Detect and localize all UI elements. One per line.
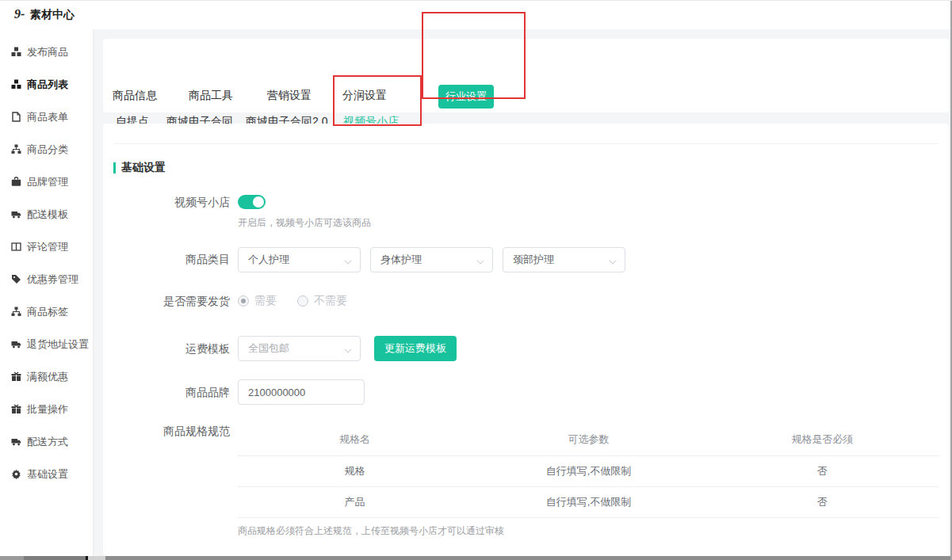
sidebar-item-label: 优惠券管理 <box>27 272 78 287</box>
spec-table-row: 产品 自行填写,不做限制 否 <box>238 487 939 518</box>
field-label-category: 商品类目 <box>103 253 230 267</box>
sidebar-item-product-tags[interactable]: 商品标签 <box>0 295 93 328</box>
sidebar-item-label: 批量操作 <box>27 402 68 417</box>
toggle-hint-text: 开启后，视频号小店可选该商品 <box>238 216 371 230</box>
tag-icon <box>11 274 21 284</box>
spec-table: 规格名 可选参数 规格是否必须 规格 自行填写,不做限制 否 产品 自行填写,不… <box>238 423 939 518</box>
chevron-down-icon <box>345 345 352 352</box>
sidebar-item-basic-settings[interactable]: 基础设置 <box>0 458 93 490</box>
bottom-scrollbar[interactable] <box>0 556 952 560</box>
category-select-level2[interactable]: 身体护理 <box>370 247 493 272</box>
sidebar-item-label: 评论管理 <box>27 240 68 254</box>
file-icon <box>11 112 21 122</box>
brand-input[interactable] <box>238 379 365 405</box>
gift-icon <box>11 404 21 414</box>
sidebar-item-label: 商品表单 <box>27 110 68 124</box>
sidebar-item-return-address-settings[interactable]: 退货地址设置 <box>0 328 93 360</box>
page-title: 素材中心 <box>30 8 75 22</box>
freight-template-select[interactable]: 全国包邮 <box>238 336 361 361</box>
chevron-down-icon <box>477 257 484 264</box>
category-select-level1[interactable]: 个人护理 <box>238 247 361 272</box>
sidebar-item-label: 满额优惠 <box>27 370 68 384</box>
spec-table-row: 规格 自行填写,不做限制 否 <box>238 456 939 487</box>
sidebar-item-batch-operations[interactable]: 批量操作 <box>0 393 93 425</box>
field-label-freight-template: 运费模板 <box>103 342 230 356</box>
sidebar-nav: 发布商品 商品列表 商品表单 商品分类 品牌管理 配送模板 评论管理 优惠券管 <box>0 29 94 556</box>
truck-icon <box>11 339 21 349</box>
sidebar-item-delivery-template[interactable]: 配送模板 <box>0 198 93 230</box>
sidebar-item-delivery-method[interactable]: 配送方式 <box>0 425 93 458</box>
spec-note-text: 商品规格必须符合上述规范，上传至视频号小店才可以通过审核 <box>238 524 504 538</box>
update-freight-template-button[interactable]: 更新运费模板 <box>374 336 457 361</box>
sidebar-item-product-category[interactable]: 商品分类 <box>0 133 93 166</box>
spec-header-required: 规格是否必须 <box>705 432 939 447</box>
sidebar-item-publish-product[interactable]: 发布商品 <box>0 36 93 68</box>
field-label-video-shop: 视频号小店 <box>103 196 230 210</box>
field-label-shipping-required: 是否需要发货 <box>103 295 230 309</box>
spec-table-header-row: 规格名 可选参数 规格是否必须 <box>238 423 939 456</box>
field-label-spec: 商品规格规范 <box>103 425 230 439</box>
tab-product-tools[interactable]: 商品工具 <box>189 89 233 103</box>
briefcase-icon <box>11 177 21 187</box>
chevron-down-icon <box>610 257 617 264</box>
columns-icon <box>11 242 21 252</box>
sidebar-item-label: 品牌管理 <box>27 175 68 189</box>
radio-shipping-required-no[interactable]: 不需要 <box>297 294 347 308</box>
radio-circle-icon <box>238 295 249 307</box>
section-header: 基础设置 <box>113 161 166 175</box>
sidebar-item-product-list[interactable]: 商品列表 <box>0 68 93 101</box>
section-accent-bar <box>113 162 116 173</box>
sitemap-icon <box>11 307 21 317</box>
sidebar-item-product-form[interactable]: 商品表单 <box>0 101 93 133</box>
sidebar-item-brand-management[interactable]: 品牌管理 <box>0 166 93 198</box>
spec-header-name: 规格名 <box>238 432 472 447</box>
truck-icon <box>11 209 21 219</box>
tabs-card: 商品信息 商品工具 营销设置 分润设置 行业设置 自提点 商城电子合同 商城电子… <box>103 39 949 112</box>
cubes-icon <box>11 79 21 90</box>
cubes-icon <box>11 47 21 57</box>
sidebar-item-coupon-management[interactable]: 优惠券管理 <box>0 263 93 295</box>
section-title: 基础设置 <box>121 161 166 175</box>
sidebar-item-label: 退货地址设置 <box>27 337 89 352</box>
tab-profit-settings[interactable]: 分润设置 <box>342 89 387 103</box>
video-shop-toggle[interactable] <box>238 195 266 209</box>
sidebar-item-label: 发布商品 <box>27 45 68 59</box>
gear-icon <box>11 469 21 479</box>
settings-card: 基础设置 视频号小店 开启后，视频号小店可选该商品 商品类目 个人护理 身体护理… <box>103 124 949 556</box>
spec-header-params: 可选参数 <box>472 432 705 447</box>
truck-icon <box>11 436 21 447</box>
tab-industry-settings[interactable]: 行业设置 <box>438 85 494 109</box>
tab-marketing-settings[interactable]: 营销设置 <box>267 89 312 103</box>
sidebar-item-full-discount[interactable]: 满额优惠 <box>0 360 93 393</box>
top-header: 9- 素材中心 <box>0 1 952 29</box>
chevron-down-icon <box>345 257 352 264</box>
sidebar-item-label: 配送方式 <box>27 435 68 449</box>
app-window: 9- 素材中心 发布商品 商品列表 商品表单 商品分类 品牌管理 配送模板 <box>0 0 952 560</box>
sidebar-item-label: 基础设置 <box>27 467 68 482</box>
logo-icon: 9- <box>14 7 25 21</box>
sidebar-item-label: 配送模板 <box>27 208 68 222</box>
sidebar-item-label: 商品分类 <box>27 143 68 157</box>
category-select-level3[interactable]: 颈部护理 <box>503 247 625 272</box>
sidebar-item-label: 商品标签 <box>27 305 68 319</box>
sidebar-item-label: 商品列表 <box>27 78 68 92</box>
radio-shipping-required-yes[interactable]: 需要 <box>238 294 277 308</box>
tab-product-info[interactable]: 商品信息 <box>113 89 157 103</box>
toggle-knob <box>253 196 264 208</box>
divider <box>113 143 939 144</box>
sidebar-item-comment-management[interactable]: 评论管理 <box>0 230 93 263</box>
sitemap-icon <box>11 144 21 154</box>
field-label-brand: 商品品牌 <box>103 386 230 400</box>
gift-icon <box>11 371 21 382</box>
radio-circle-icon <box>297 295 308 307</box>
